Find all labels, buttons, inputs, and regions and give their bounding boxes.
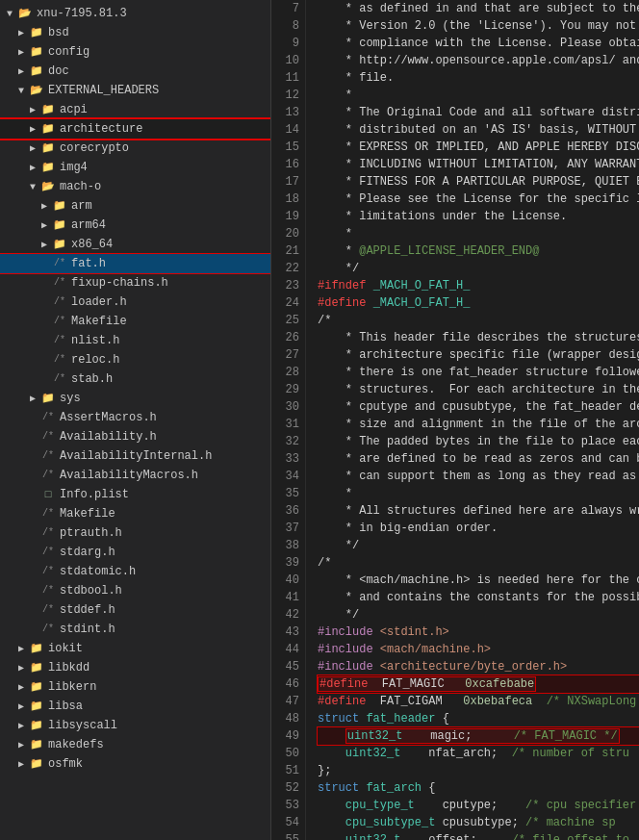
line-num-13: 13 <box>275 104 299 121</box>
tree-item-bsd[interactable]: 📁bsd <box>0 23 270 42</box>
code-line-16: * INCLUDING WITHOUT LIMITATION, ANY WARR… <box>318 156 639 173</box>
code-line-32: * The padded bytes in the file to place … <box>318 433 639 450</box>
tree-item-corecrypto[interactable]: 📁corecrypto <box>0 139 270 158</box>
line-num-30: 30 <box>275 398 299 416</box>
tree-item-Availability-h[interactable]: /*Availability.h <box>0 427 270 446</box>
tree-label-mach-o: mach-o <box>60 180 101 193</box>
tree-item-libsa[interactable]: 📁libsa <box>0 697 270 716</box>
tree-item-stdarg-h[interactable]: /*stdarg.h <box>0 543 270 562</box>
tree-item-arm64[interactable]: 📁arm64 <box>0 216 270 235</box>
tree-item-stab-h[interactable]: /*stab.h <box>0 369 270 389</box>
line-num-52: 52 <box>275 779 299 797</box>
code-line-7: * as defined in and that are subject to … <box>318 0 639 17</box>
tree-item-libkern[interactable]: 📁libkern <box>0 677 270 697</box>
code-line-8: * Version 2.0 (the 'License'). You may n… <box>318 17 639 35</box>
tree-item-libkdd[interactable]: 📁libkdd <box>0 658 270 677</box>
tree-item-stddef-h[interactable]: /*stddef.h <box>0 600 270 620</box>
tree-label-architecture: architecture <box>60 122 142 136</box>
tree-label-ptrauth-h: ptrauth.h <box>60 526 122 540</box>
tree-item-img4[interactable]: 📁img4 <box>0 158 270 177</box>
tree-item-xnu-root[interactable]: 📂xnu-7195.81.3 <box>0 4 270 23</box>
line-num-28: 28 <box>275 364 299 381</box>
tree-label-AvailabilityInternal-h: AvailabilityInternal.h <box>60 449 212 463</box>
tree-item-fat-h[interactable]: /*fat.h <box>0 254 270 273</box>
tree-item-libsyscall[interactable]: 📁libsyscall <box>0 716 270 735</box>
tree-item-loader-h[interactable]: /*loader.h <box>0 293 270 312</box>
tree-item-AvailabilityMacros-h[interactable]: /*AvailabilityMacros.h <box>0 466 270 485</box>
tree-item-nlist-h[interactable]: /*nlist.h <box>0 331 270 350</box>
tree-item-config[interactable]: 📁config <box>0 42 270 62</box>
tree-label-nlist-h: nlist.h <box>71 334 119 347</box>
line-num-37: 37 <box>275 520 299 537</box>
code-line-9: * compliance with the License. Please ob… <box>318 35 639 52</box>
line-num-19: 19 <box>275 208 299 225</box>
tree-item-stdint-h[interactable]: /*stdint.h <box>0 620 270 639</box>
code-panel: 7891011121314151617181920212223242526272… <box>271 0 639 840</box>
line-num-24: 24 <box>275 294 299 312</box>
tree-item-arm[interactable]: 📁arm <box>0 196 270 216</box>
line-num-21: 21 <box>275 242 299 260</box>
tree-item-makedefs[interactable]: 📁makedefs <box>0 735 270 754</box>
tree-label-Availability-h: Availability.h <box>60 430 157 444</box>
code-line-26: * This header file describes the structu… <box>318 329 639 346</box>
line-num-10: 10 <box>275 52 299 69</box>
code-line-44: #include <stdint.h> <box>318 624 639 641</box>
code-line-34: * can support them as long as they read … <box>318 468 639 485</box>
tree-label-fat-h: fat.h <box>71 257 106 270</box>
tree-label-stdatomic-h: stdatomic.h <box>60 565 136 578</box>
code-content: * as defined in and that are subject to … <box>306 0 639 840</box>
tree-item-Info-plist[interactable]: □Info.plist <box>0 485 270 504</box>
tree-item-external-headers[interactable]: 📂EXTERNAL_HEADERS <box>0 81 270 100</box>
code-line-14: * distributed on an 'AS IS' basis, WITHO… <box>318 121 639 139</box>
code-line-28: * there is one fat_header structure foll… <box>318 364 639 381</box>
line-num-39: 39 <box>275 554 299 572</box>
code-line-43: */ <box>318 606 639 624</box>
line-num-27: 27 <box>275 346 299 364</box>
tree-item-ptrauth-h[interactable]: /*ptrauth.h <box>0 523 270 543</box>
line-num-15: 15 <box>275 139 299 156</box>
tree-item-Makefile2[interactable]: /*Makefile <box>0 504 270 523</box>
line-num-32: 32 <box>275 433 299 450</box>
line-num-43: 43 <box>275 624 299 641</box>
tree-label-AssertMacros-h: AssertMacros.h <box>60 411 157 424</box>
tree-item-stdbool-h[interactable]: /*stdbool.h <box>0 581 270 600</box>
tree-item-fixup-chains-h[interactable]: /*fixup-chains.h <box>0 273 270 293</box>
code-line-37: * in big-endian order. <box>318 520 639 537</box>
tree-label-libsyscall: libsyscall <box>48 719 117 732</box>
tree-item-acpi[interactable]: 📁acpi <box>0 100 270 119</box>
tree-label-bsd: bsd <box>48 26 69 39</box>
tree-item-osfmk[interactable]: 📁osfmk <box>0 754 270 774</box>
line-num-49: 49 <box>275 727 299 745</box>
tree-item-doc[interactable]: 📁doc <box>0 62 270 81</box>
line-num-44: 44 <box>275 641 299 658</box>
tree-item-iokit[interactable]: 📁iokit <box>0 639 270 658</box>
line-num-55: 55 <box>275 831 299 840</box>
line-num-14: 14 <box>275 121 299 139</box>
line-num-47: 47 <box>275 693 299 710</box>
tree-item-AssertMacros-h[interactable]: /*AssertMacros.h <box>0 408 270 427</box>
line-num-7: 7 <box>275 0 299 17</box>
tree-item-AvailabilityInternal-h[interactable]: /*AvailabilityInternal.h <box>0 446 270 466</box>
code-line-12: * <box>318 87 639 104</box>
line-num-9: 9 <box>275 35 299 52</box>
tree-item-sys[interactable]: 📁sys <box>0 389 270 408</box>
tree-label-x86_64: x86_64 <box>71 238 113 251</box>
tree-item-stdatomic-h[interactable]: /*stdatomic.h <box>0 562 270 581</box>
tree-item-x86_64[interactable]: 📁x86_64 <box>0 235 270 254</box>
code-line-27: * architecture specific file (wrapper de… <box>318 346 639 364</box>
tree-label-fixup-chains-h: fixup-chains.h <box>71 276 168 290</box>
tree-label-img4: img4 <box>60 161 88 174</box>
file-tree[interactable]: 📂xnu-7195.81.3📁bsd📁config📁doc📂EXTERNAL_H… <box>0 0 271 840</box>
line-num-8: 8 <box>275 17 299 35</box>
code-line-23: #ifndef _MACH_O_FAT_H_ <box>318 277 639 294</box>
code-line-31: * size and alignment in the file of the … <box>318 416 639 433</box>
line-num-16: 16 <box>275 156 299 173</box>
tree-item-mach-o[interactable]: 📂mach-o <box>0 177 270 196</box>
tree-item-reloc-h[interactable]: /*reloc.h <box>0 350 270 369</box>
code-line-10: * http://www.opensource.apple.com/apsl/ … <box>318 52 639 69</box>
code-line-42: * and contains the constants for the pos… <box>318 589 639 606</box>
code-line-41: * <mach/machine.h> is needed here for th… <box>318 572 639 589</box>
tree-label-doc: doc <box>48 64 69 78</box>
tree-item-Makefile[interactable]: /*Makefile <box>0 312 270 331</box>
tree-item-architecture[interactable]: 📁architecture <box>0 119 270 139</box>
